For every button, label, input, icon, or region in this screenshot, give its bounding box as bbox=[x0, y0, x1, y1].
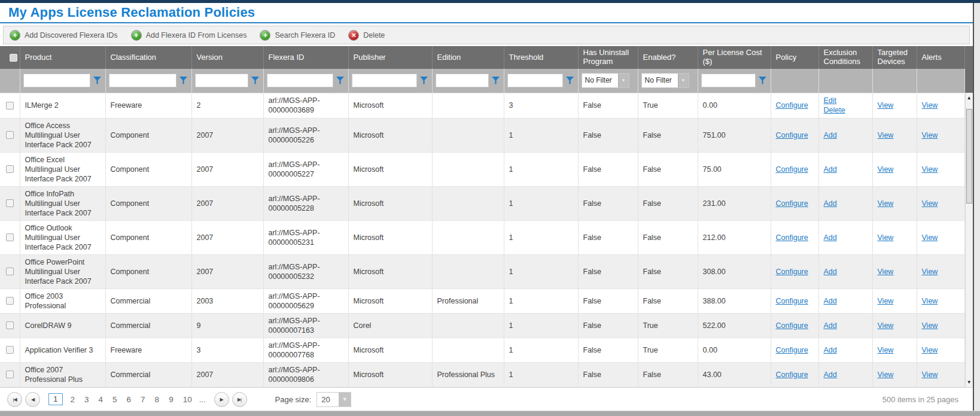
column-header-threshold[interactable]: Threshold bbox=[504, 46, 578, 69]
column-header-enabled[interactable]: Enabled? bbox=[638, 46, 698, 69]
delete-link[interactable]: Delete bbox=[824, 105, 845, 115]
filter-icon-threshold[interactable] bbox=[566, 77, 575, 84]
filter-input-edition[interactable] bbox=[436, 74, 489, 87]
view-link[interactable]: View bbox=[878, 267, 894, 277]
view-link[interactable]: View bbox=[922, 345, 938, 355]
configure-link[interactable]: Configure bbox=[776, 233, 808, 242]
view-link[interactable]: View bbox=[922, 101, 938, 110]
page-size-select[interactable]: 20 ▼ bbox=[316, 392, 351, 407]
page-size-dropdown-icon[interactable]: ▼ bbox=[339, 393, 351, 406]
configure-link[interactable]: Configure bbox=[776, 165, 808, 174]
column-header-edition[interactable]: Edition bbox=[432, 46, 504, 69]
column-header-select-all[interactable] bbox=[0, 46, 20, 69]
pager-page-3[interactable]: 3 bbox=[84, 395, 89, 404]
filter-icon-publisher[interactable] bbox=[420, 77, 429, 84]
column-header-publisher[interactable]: Publisher bbox=[348, 46, 432, 69]
filter-input-threshold[interactable] bbox=[507, 74, 563, 87]
view-link[interactable]: View bbox=[922, 296, 938, 306]
pager-page-7[interactable]: 7 bbox=[141, 395, 145, 404]
column-header-per-license-cost[interactable]: Per License Cost ($) bbox=[698, 46, 771, 69]
add-flexera-id-from-licenses-button[interactable]: +Add Flexera ID From Licenses bbox=[131, 30, 247, 41]
pager-page-8[interactable]: 8 bbox=[155, 395, 160, 404]
pager-last-button[interactable]: ▶| bbox=[232, 392, 247, 407]
view-link[interactable]: View bbox=[878, 321, 894, 330]
pager-next-button[interactable]: ▶ bbox=[214, 392, 229, 407]
column-header-policy[interactable]: Policy bbox=[771, 46, 818, 69]
filter-input-flexera-id[interactable] bbox=[267, 74, 333, 87]
row-checkbox[interactable] bbox=[6, 268, 14, 275]
add-link[interactable]: Add bbox=[824, 345, 837, 355]
pager-prev-button[interactable]: ◀ bbox=[25, 392, 40, 407]
filter-select-enabled[interactable]: No Filter▼ bbox=[641, 73, 689, 88]
configure-link[interactable]: Configure bbox=[776, 321, 808, 330]
pager-page-9[interactable]: 9 bbox=[169, 395, 174, 404]
row-checkbox[interactable] bbox=[6, 165, 14, 173]
view-link[interactable]: View bbox=[922, 199, 938, 208]
filter-icon-flexera-id[interactable] bbox=[336, 77, 345, 84]
configure-link[interactable]: Configure bbox=[776, 370, 808, 379]
row-checkbox[interactable] bbox=[6, 199, 14, 207]
pager-page-1[interactable]: 1 bbox=[48, 393, 63, 405]
add-link[interactable]: Add bbox=[824, 233, 837, 242]
search-flexera-id-button[interactable]: +Search Flexera ID bbox=[260, 30, 335, 41]
column-header-alerts[interactable]: Alerts bbox=[917, 46, 964, 69]
select-all-checkbox[interactable] bbox=[10, 54, 17, 62]
view-link[interactable]: View bbox=[878, 199, 894, 208]
column-header-targeted-devices[interactable]: Targeted Devices bbox=[872, 46, 917, 69]
filter-icon-per-license-cost[interactable] bbox=[759, 77, 768, 84]
add-link[interactable]: Add bbox=[824, 370, 837, 379]
filter-input-classification[interactable] bbox=[109, 74, 176, 87]
pager-page-4[interactable]: 4 bbox=[99, 395, 104, 404]
scroll-up-button[interactable]: ▲ bbox=[966, 93, 973, 103]
add-link[interactable]: Add bbox=[824, 296, 837, 306]
row-checkbox[interactable] bbox=[6, 102, 14, 110]
filter-select-has-uninstall-program[interactable]: No Filter▼ bbox=[582, 73, 629, 88]
view-link[interactable]: View bbox=[878, 233, 894, 242]
vertical-scrollbar[interactable]: ▲ ▼ bbox=[965, 93, 973, 387]
delete-button[interactable]: ×Delete bbox=[348, 30, 385, 41]
row-checkbox[interactable] bbox=[6, 233, 14, 241]
column-header-exclusion-conditions[interactable]: Exclusion Conditions bbox=[818, 46, 872, 69]
pager-page-5[interactable]: 5 bbox=[112, 395, 117, 404]
filter-input-per-license-cost[interactable] bbox=[701, 74, 756, 87]
row-checkbox[interactable] bbox=[6, 371, 14, 378]
column-header-classification[interactable]: Classification bbox=[105, 46, 191, 69]
add-link[interactable]: Add bbox=[824, 267, 837, 277]
filter-input-product[interactable] bbox=[23, 74, 90, 87]
add-link[interactable]: Add bbox=[824, 130, 837, 140]
view-link[interactable]: View bbox=[878, 165, 894, 174]
configure-link[interactable]: Configure bbox=[776, 296, 808, 306]
view-link[interactable]: View bbox=[922, 165, 938, 174]
pager-page-2[interactable]: 2 bbox=[71, 395, 75, 404]
view-link[interactable]: View bbox=[878, 370, 894, 379]
scroll-down-button[interactable]: ▼ bbox=[966, 377, 973, 387]
filter-icon-product[interactable] bbox=[93, 77, 102, 84]
filter-input-publisher[interactable] bbox=[352, 74, 417, 87]
pager-page-10[interactable]: 10 bbox=[183, 395, 192, 404]
add-link[interactable]: Add bbox=[824, 165, 837, 174]
chevron-down-icon[interactable]: ▼ bbox=[678, 74, 689, 87]
filter-icon-version[interactable] bbox=[251, 77, 260, 84]
column-header-flexera-id[interactable]: Flexera ID bbox=[263, 46, 348, 69]
view-link[interactable]: View bbox=[878, 345, 894, 355]
column-header-has-uninstall-program[interactable]: Has Uninstall Program bbox=[578, 46, 638, 69]
configure-link[interactable]: Configure bbox=[776, 130, 808, 140]
filter-icon-classification[interactable] bbox=[179, 77, 188, 84]
configure-link[interactable]: Configure bbox=[776, 101, 808, 110]
chevron-down-icon[interactable]: ▼ bbox=[618, 74, 629, 87]
scroll-thumb[interactable] bbox=[966, 109, 973, 204]
view-link[interactable]: View bbox=[922, 370, 938, 379]
scroll-track[interactable] bbox=[966, 103, 973, 377]
view-link[interactable]: View bbox=[878, 296, 894, 306]
column-header-version[interactable]: Version bbox=[191, 46, 263, 69]
configure-link[interactable]: Configure bbox=[776, 267, 808, 277]
add-link[interactable]: Add bbox=[824, 321, 837, 330]
row-checkbox[interactable] bbox=[6, 131, 14, 139]
configure-link[interactable]: Configure bbox=[776, 199, 808, 208]
edit-link[interactable]: Edit bbox=[824, 96, 837, 105]
row-checkbox[interactable] bbox=[6, 346, 14, 354]
configure-link[interactable]: Configure bbox=[776, 345, 808, 355]
view-link[interactable]: View bbox=[922, 130, 938, 140]
pager-first-button[interactable]: |◀ bbox=[7, 392, 22, 407]
row-checkbox[interactable] bbox=[6, 321, 14, 329]
